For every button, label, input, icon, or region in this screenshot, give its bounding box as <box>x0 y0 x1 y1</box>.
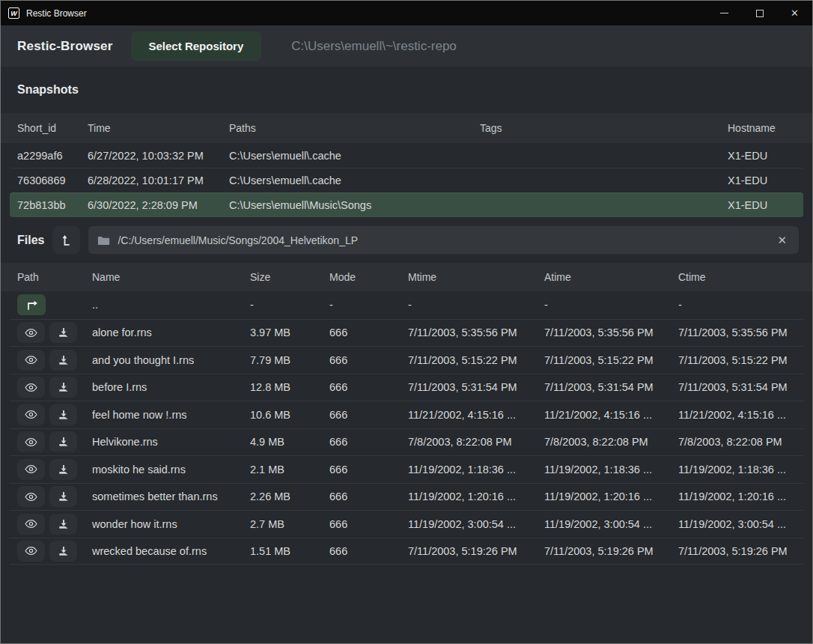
download-file-button[interactable] <box>49 350 77 371</box>
snapshots-column-headers: Short_id Time Paths Tags Hostname <box>1 113 812 143</box>
col-short-id: Short_id <box>17 122 88 134</box>
file-mtime: 11/19/2002, 1:20:16 ... <box>408 490 544 502</box>
file-mtime: 7/8/2003, 8:22:08 PM <box>408 436 544 448</box>
current-path-text: /C:/Users/emuell/Music/Songs/2004_Helvet… <box>118 234 765 246</box>
download-file-button[interactable] <box>49 541 77 562</box>
preview-file-button[interactable] <box>17 541 45 562</box>
col-atime: Atime <box>544 271 678 283</box>
file-size: 10.6 MB <box>250 409 329 421</box>
file-name: feel home now !.rns <box>92 409 250 421</box>
titlebar: W Restic Browser ✕ <box>1 1 812 25</box>
file-size: 3.97 MB <box>250 326 329 338</box>
download-file-button[interactable] <box>49 377 77 398</box>
file-row: Helvikone.rns4.9 MB6667/8/2003, 8:22:08 … <box>10 428 803 456</box>
maximize-icon <box>756 10 764 17</box>
file-name: before I.rns <box>92 381 250 393</box>
level-up-button[interactable] <box>52 226 80 254</box>
file-ctime: 7/11/2003, 5:31:54 PM <box>678 381 803 393</box>
file-ctime: 7/11/2003, 5:35:56 PM <box>678 326 803 338</box>
repo-path-input[interactable]: C:\Users\emuell\~\restic-repo <box>291 39 796 54</box>
file-size: 2.7 MB <box>250 518 329 530</box>
file-actions <box>17 404 92 425</box>
preview-file-button[interactable] <box>17 486 45 507</box>
files-section-header: Files /C:/Users/emuell/Music/Songs/2004_… <box>1 217 812 263</box>
preview-file-button[interactable] <box>17 377 45 398</box>
snapshot-row[interactable]: 763068696/28/2022, 10:01:17 PMC:\Users\e… <box>10 168 803 192</box>
maximize-button[interactable] <box>742 1 777 25</box>
snapshot-rows: a2299af66/27/2022, 10:03:32 PMC:\Users\e… <box>1 143 812 217</box>
eye-icon <box>25 492 37 502</box>
app-header: Restic-Browser Select Repository C:\User… <box>1 25 812 67</box>
select-repository-button[interactable]: Select Repository <box>131 31 262 61</box>
file-rows: ..-----alone for.rns3.97 MB6667/11/2003,… <box>1 291 812 565</box>
file-mode: 666 <box>329 490 408 502</box>
download-file-button[interactable] <box>49 459 77 480</box>
snapshot-paths: C:\Users\emuell\.cache <box>229 150 480 162</box>
preview-file-button[interactable] <box>17 459 45 480</box>
file-mtime: 11/21/2002, 4:15:16 ... <box>408 409 544 421</box>
eye-icon <box>25 464 37 474</box>
file-name: sometimes better than.rns <box>92 490 250 502</box>
file-mtime: 11/19/2002, 3:00:54 ... <box>408 518 544 530</box>
file-actions <box>17 377 92 398</box>
file-mode: 666 <box>329 545 408 557</box>
snapshot-row[interactable]: 72b813bb6/30/2022, 2:28:09 PMC:\Users\em… <box>10 192 803 217</box>
file-atime: 11/21/2002, 4:15:16 ... <box>544 409 678 421</box>
close-button[interactable]: ✕ <box>777 1 812 25</box>
col-path: Path <box>17 271 92 283</box>
download-file-button[interactable] <box>49 486 77 507</box>
app-name: Restic-Browser <box>17 39 113 54</box>
file-atime: 7/11/2003, 5:31:54 PM <box>544 381 678 393</box>
file-mode: 666 <box>329 354 408 366</box>
minimize-icon <box>720 13 728 13</box>
file-mtime: 7/11/2003, 5:15:22 PM <box>408 354 544 366</box>
file-name: wrecked because of.rns <box>92 545 250 557</box>
preview-file-button[interactable] <box>17 514 45 535</box>
preview-file-button[interactable] <box>17 404 45 425</box>
file-actions <box>17 541 92 562</box>
preview-file-button[interactable] <box>17 350 45 371</box>
col-time: Time <box>88 122 229 134</box>
snapshot-paths: C:\Users\emuell\Music\Songs <box>229 199 480 211</box>
preview-file-button[interactable] <box>17 431 45 452</box>
download-icon <box>58 464 69 475</box>
file-actions <box>17 431 92 452</box>
window-title: Restic Browser <box>26 8 87 19</box>
file-actions <box>17 350 92 371</box>
download-file-button[interactable] <box>49 322 77 343</box>
file-size: 1.51 MB <box>250 545 329 557</box>
file-ctime: 7/11/2003, 5:15:22 PM <box>678 354 803 366</box>
minimize-button[interactable] <box>707 1 742 25</box>
download-icon <box>58 519 69 529</box>
file-actions <box>17 514 92 535</box>
file-actions <box>17 322 92 343</box>
file-ctime: 11/19/2002, 1:20:16 ... <box>678 490 803 502</box>
file-size: 2.1 MB <box>250 464 329 476</box>
file-mtime: 11/19/2002, 1:18:36 ... <box>408 464 544 476</box>
snapshots-section-header: Snapshots <box>1 67 812 113</box>
file-atime: 11/19/2002, 1:18:36 ... <box>544 464 678 476</box>
file-row: and you thought I.rns7.79 MB6667/11/2003… <box>10 346 803 374</box>
col-ctime: Ctime <box>678 271 803 283</box>
file-row: alone for.rns3.97 MB6667/11/2003, 5:35:5… <box>10 319 803 347</box>
download-file-button[interactable] <box>49 514 77 535</box>
download-file-button[interactable] <box>49 404 77 425</box>
folder-icon <box>97 235 110 246</box>
file-atime: 11/19/2002, 1:20:16 ... <box>544 490 678 502</box>
snapshots-title: Snapshots <box>17 83 79 97</box>
file-ctime: 11/19/2002, 3:00:54 ... <box>678 518 803 530</box>
file-mtime: 7/11/2003, 5:35:56 PM <box>408 326 544 338</box>
download-file-button[interactable] <box>49 431 77 452</box>
snapshot-hostname: X1-EDU <box>728 199 803 211</box>
file-size: 2.26 MB <box>250 490 329 502</box>
snapshot-row[interactable]: a2299af66/27/2022, 10:03:32 PMC:\Users\e… <box>10 143 803 168</box>
parent-dir-button[interactable] <box>17 294 46 315</box>
file-row: before I.rns12.8 MB6667/11/2003, 5:31:54… <box>10 374 803 401</box>
snapshot-time: 6/27/2022, 10:03:32 PM <box>88 150 229 162</box>
download-icon <box>58 382 69 392</box>
col-paths: Paths <box>229 122 480 134</box>
col-name: Name <box>92 271 250 283</box>
clear-path-button[interactable]: ✕ <box>773 232 791 249</box>
preview-file-button[interactable] <box>17 322 45 343</box>
file-name: and you thought I.rns <box>92 354 250 366</box>
